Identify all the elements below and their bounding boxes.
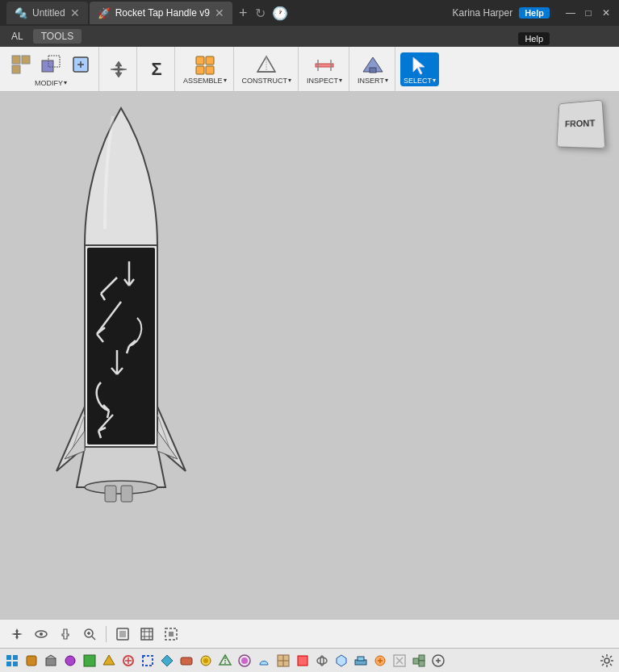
btn-zoom[interactable] bbox=[79, 624, 100, 645]
tab-rocket-close[interactable]: ✕ bbox=[215, 7, 224, 19]
move-icon bbox=[107, 58, 130, 81]
comp-btn-16[interactable] bbox=[294, 652, 312, 670]
svg-rect-6 bbox=[196, 56, 204, 65]
btn-move-tool[interactable] bbox=[6, 624, 27, 645]
menu-tools[interactable]: TOOLS bbox=[33, 29, 82, 44]
comp-btn-21[interactable] bbox=[391, 652, 408, 670]
title-bar-right: Karina Harper Help Help — □ ✕ bbox=[452, 6, 613, 19]
select-label: SELECT ▾ bbox=[404, 77, 436, 85]
svg-rect-1 bbox=[22, 56, 30, 64]
settings-btn[interactable] bbox=[598, 652, 616, 670]
tab-untitled-close[interactable]: ✕ bbox=[70, 7, 80, 19]
tool-modify2[interactable] bbox=[36, 52, 65, 77]
insert-label: INSERT ▾ bbox=[358, 77, 388, 85]
svg-rect-44 bbox=[46, 658, 56, 666]
svg-point-54 bbox=[203, 658, 208, 663]
svg-rect-31 bbox=[119, 631, 126, 637]
tool-modify1[interactable] bbox=[6, 52, 36, 77]
svg-rect-71 bbox=[419, 661, 425, 666]
group-sigma: Σ bbox=[139, 47, 175, 91]
svg-rect-39 bbox=[6, 655, 11, 660]
component-bar bbox=[0, 648, 619, 672]
group-inspect: INSPECT ▾ bbox=[300, 47, 349, 91]
comp-btn-13[interactable] bbox=[236, 652, 253, 670]
modify1-icon bbox=[10, 53, 32, 76]
tool-assemble[interactable]: ASSEMBLE ▾ bbox=[180, 52, 230, 86]
refresh-icon[interactable]: ↻ bbox=[255, 6, 266, 21]
comp-btn-6[interactable] bbox=[100, 652, 118, 670]
tool-modify3[interactable] bbox=[66, 52, 95, 77]
comp-btn-12[interactable] bbox=[216, 652, 234, 670]
tab-rocket-icon: 🚀 bbox=[98, 7, 111, 19]
tool-construct[interactable]: CONSTRUCT ▾ bbox=[239, 52, 295, 86]
comp-btn-8[interactable] bbox=[139, 652, 157, 670]
help-tooltip: Help bbox=[518, 32, 550, 45]
comp-btn-5[interactable] bbox=[81, 652, 98, 670]
comp-btn-2[interactable] bbox=[23, 652, 40, 670]
svg-point-63 bbox=[317, 657, 327, 664]
view-cube-front-face[interactable]: FRONT bbox=[556, 100, 605, 149]
comp-btn-9[interactable] bbox=[158, 652, 176, 670]
svg-rect-70 bbox=[419, 655, 425, 661]
tool-move[interactable] bbox=[104, 56, 133, 82]
tool-sigma[interactable]: Σ bbox=[142, 56, 171, 82]
comp-btn-23[interactable] bbox=[429, 652, 447, 670]
group-assemble: ASSEMBLE ▾ bbox=[177, 47, 234, 91]
svg-rect-38 bbox=[169, 632, 174, 637]
svg-point-72 bbox=[604, 658, 609, 663]
btn-orbit[interactable] bbox=[31, 624, 52, 645]
add-tab-button[interactable]: + bbox=[234, 5, 253, 22]
assemble-icon bbox=[194, 54, 216, 77]
clock-icon[interactable]: 🕐 bbox=[272, 6, 288, 21]
svg-rect-0 bbox=[12, 56, 20, 64]
maximize-button[interactable]: □ bbox=[582, 6, 595, 19]
inspect-label: INSPECT ▾ bbox=[307, 77, 342, 85]
btn-grid[interactable] bbox=[136, 624, 157, 645]
comp-btn-18[interactable] bbox=[333, 652, 350, 670]
comp-btn-11[interactable] bbox=[197, 652, 215, 670]
svg-rect-7 bbox=[206, 56, 214, 65]
svg-marker-47 bbox=[103, 655, 115, 665]
comp-btn-4[interactable] bbox=[61, 652, 79, 670]
modify2-icon bbox=[40, 53, 62, 76]
comp-btn-7[interactable] bbox=[119, 652, 137, 670]
svg-rect-51 bbox=[143, 656, 153, 666]
tool-insert[interactable]: INSERT ▾ bbox=[354, 52, 391, 86]
svg-rect-3 bbox=[42, 61, 53, 72]
canvas-area[interactable]: FRONT bbox=[0, 92, 619, 619]
minimize-button[interactable]: — bbox=[564, 6, 577, 19]
svg-rect-8 bbox=[196, 66, 204, 74]
comp-btn-19[interactable] bbox=[352, 652, 370, 670]
user-name: Karina Harper bbox=[452, 7, 512, 19]
inspect-icon bbox=[313, 54, 336, 77]
tab-untitled-icon: 🔩 bbox=[15, 7, 27, 19]
comp-btn-20[interactable] bbox=[371, 652, 389, 670]
tab-untitled-label: Untitled bbox=[32, 7, 65, 19]
menu-al[interactable]: AL bbox=[3, 29, 31, 44]
comp-btn-17[interactable] bbox=[313, 652, 331, 670]
view-cube[interactable]: FRONT bbox=[556, 100, 603, 147]
comp-btn-10[interactable] bbox=[178, 652, 195, 670]
svg-rect-52 bbox=[181, 657, 192, 665]
comp-btn-1[interactable] bbox=[3, 652, 21, 670]
tab-untitled[interactable]: 🔩 Untitled ✕ bbox=[6, 2, 88, 24]
title-bar: 🔩 Untitled ✕ 🚀 Rocket Tap Handle v9 ✕ + … bbox=[0, 0, 619, 26]
comp-btn-15[interactable] bbox=[274, 652, 292, 670]
comp-btn-22[interactable] bbox=[410, 652, 428, 670]
btn-pan[interactable] bbox=[55, 624, 76, 645]
svg-marker-18 bbox=[413, 57, 425, 74]
svg-rect-42 bbox=[13, 662, 18, 666]
close-button[interactable]: ✕ bbox=[600, 6, 613, 19]
btn-display[interactable] bbox=[112, 624, 133, 645]
comp-btn-3[interactable] bbox=[42, 652, 60, 670]
tab-rocket[interactable]: 🚀 Rocket Tap Handle v9 ✕ bbox=[90, 2, 232, 24]
group-move bbox=[101, 47, 137, 91]
tool-inspect[interactable]: INSPECT ▾ bbox=[303, 52, 345, 86]
sigma-icon: Σ bbox=[145, 58, 168, 81]
group-insert: INSERT ▾ bbox=[351, 47, 395, 91]
svg-rect-62 bbox=[298, 656, 307, 666]
comp-btn-14[interactable] bbox=[255, 652, 273, 670]
tool-select[interactable]: SELECT ▾ bbox=[400, 52, 439, 86]
help-button[interactable]: Help bbox=[519, 7, 550, 19]
btn-snap[interactable] bbox=[161, 624, 182, 645]
